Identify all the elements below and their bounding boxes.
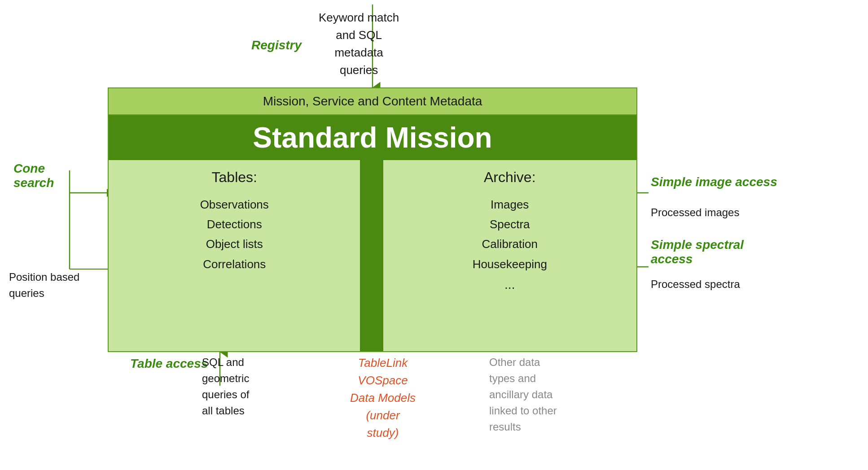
bottom-section: Tables: Observations Detections Object l… — [109, 160, 636, 351]
simple-spectral-access-label: Simple spectral access — [651, 238, 744, 266]
archive-item-ellipsis: ... — [397, 274, 623, 296]
tables-title: Tables: — [122, 169, 346, 186]
processed-images-text: Processed images — [651, 206, 739, 219]
keyword-match-text: Keyword match and SQL metadata queries — [319, 9, 399, 79]
processed-spectra-text: Processed spectra — [651, 278, 740, 291]
archive-item-images: Images — [397, 195, 623, 214]
table-access-label: Table access — [130, 357, 208, 371]
tables-panel: Tables: Observations Detections Object l… — [109, 160, 362, 351]
center-divider — [362, 160, 383, 351]
standard-mission-title: Standard Mission — [253, 121, 492, 154]
position-queries-text: Position based queries — [9, 269, 79, 301]
other-data-text: Other data types and ancillary data link… — [489, 354, 557, 435]
archive-item-calibration: Calibration — [397, 234, 623, 254]
archive-item-spectra: Spectra — [397, 214, 623, 234]
tables-item-observations: Observations — [122, 195, 346, 214]
tables-item-detections: Detections — [122, 214, 346, 234]
archive-panel: Archive: Images Spectra Calibration Hous… — [383, 160, 637, 351]
registry-label: Registry — [251, 38, 302, 52]
archive-title: Archive: — [397, 169, 623, 186]
tablelink-text: TableLink VOSpace Data Models (under stu… — [350, 354, 416, 442]
metadata-bar-text: Mission, Service and Content Metadata — [263, 94, 482, 109]
archive-item-housekeeping: Housekeeping — [397, 254, 623, 274]
sql-queries-text: SQL and geometric queries of all tables — [202, 354, 249, 419]
tables-items: Observations Detections Object lists Cor… — [122, 195, 346, 274]
cone-search-label: Cone search — [13, 161, 54, 190]
simple-image-access-label: Simple image access — [651, 175, 777, 189]
tables-item-object-lists: Object lists — [122, 234, 346, 254]
archive-items: Images Spectra Calibration Housekeeping … — [397, 195, 623, 295]
tables-item-correlations: Correlations — [122, 254, 346, 274]
standard-mission-bar: Standard Mission — [109, 115, 636, 160]
diagram-container: Keyword match and SQL metadata queries R… — [0, 0, 868, 470]
metadata-bar: Mission, Service and Content Metadata — [109, 88, 636, 115]
main-diagram-box: Mission, Service and Content Metadata St… — [108, 87, 637, 352]
